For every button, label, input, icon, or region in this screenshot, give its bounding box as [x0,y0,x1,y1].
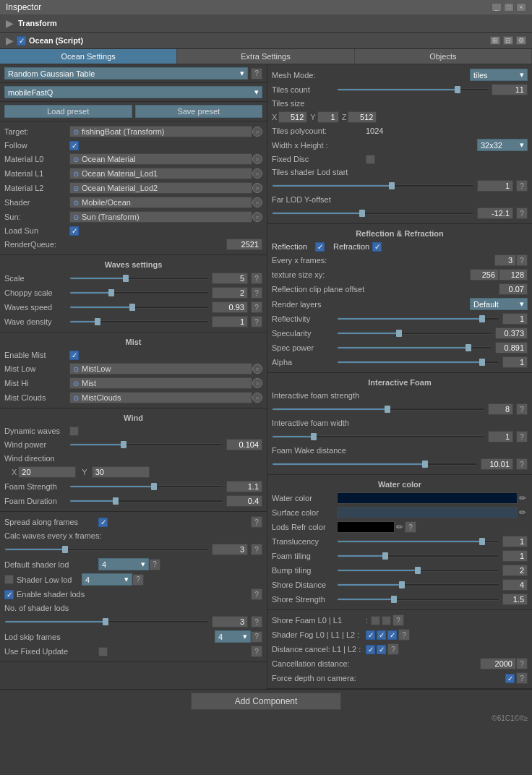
shader-value[interactable]: ⊙ Mobile/Ocean [69,197,252,208]
render-layers-dropdown[interactable]: Default ▾ [470,298,528,310]
far-lod-slider[interactable] [272,212,474,215]
gaussian-dropdown[interactable]: Random Gaussian Table ▾ [4,67,248,80]
lods-refr-help[interactable]: ? [405,521,416,533]
minimize-btn[interactable]: _ [492,3,502,12]
mist-clouds-select[interactable]: ○ [252,393,262,403]
surface-color-swatch[interactable] [337,507,518,518]
force-depth-help[interactable]: ? [516,672,528,684]
add-component-btn[interactable]: Add Component [191,693,342,710]
foam-duration-slider[interactable] [69,500,223,502]
default-lod-dropdown[interactable]: 4 ▾ [98,558,149,570]
shader-low-help[interactable]: ? [132,574,144,586]
tiles-count-slider[interactable] [337,88,489,91]
wind-y-input[interactable] [92,466,150,478]
specularity-slider[interactable] [337,332,492,335]
shader-lod-start-slider[interactable] [272,184,474,187]
bump-tiling-value[interactable]: 2 [502,565,528,576]
spread-help-btn[interactable]: ? [251,516,262,528]
gaussian-help-btn[interactable]: ? [251,68,262,80]
shader-fog-l1-checkbox[interactable] [377,630,386,640]
lods-refr-swatch[interactable] [337,521,395,533]
cancel-dist-help[interactable]: ? [516,658,528,669]
foam-strength-r-help[interactable]: ? [516,403,528,415]
density-value[interactable]: 1 [212,316,248,327]
surface-color-pencil-icon[interactable]: ✏ [518,508,528,518]
tab-ocean-settings[interactable]: Ocean Settings [0,49,177,64]
shader-low-dropdown[interactable]: 4 ▾ [82,573,132,586]
render-queue-value[interactable]: 2521 [226,239,262,250]
every-x-value[interactable]: 3 [494,254,516,266]
component-enabled-checkbox[interactable] [17,36,26,46]
shader-fog-l0-checkbox[interactable] [366,630,375,640]
dynamic-waves-checkbox[interactable] [69,427,79,436]
translucency-slider[interactable] [337,540,499,543]
foam-wake-help[interactable]: ? [516,458,528,470]
wind-power-value[interactable]: 0.104 [226,439,262,450]
reflectivity-slider[interactable] [337,317,499,320]
material-l1-select[interactable]: ○ [252,168,262,179]
texture-x[interactable]: 256 [470,269,499,281]
tab-objects[interactable]: Objects [355,49,532,64]
component-btn2[interactable]: ⊟ [503,36,513,45]
shader-fog-l2-checkbox[interactable] [387,630,397,640]
default-lod-help[interactable]: ? [149,559,160,570]
fixed-disc-checkbox[interactable] [366,155,375,164]
bump-tiling-slider[interactable] [337,569,499,572]
shader-lod-start-value[interactable]: 1 [477,180,513,192]
water-color-pencil-icon[interactable]: ✏ [518,493,528,503]
material-l2-select[interactable]: ○ [252,183,262,193]
speed-value[interactable]: 0.93 [212,301,248,313]
follow-checkbox[interactable] [69,141,79,150]
foam-strength-r-slider[interactable] [272,408,485,411]
wind-power-slider[interactable] [69,443,223,446]
material-l0-value[interactable]: ⊙ Ocean Material [69,153,252,165]
reflectivity-value[interactable]: 1 [502,313,528,325]
tiles-x-value[interactable]: 512 [278,111,307,123]
force-depth-checkbox[interactable] [505,674,515,683]
lods-refr-pencil-icon[interactable]: ✏ [395,522,405,532]
far-lod-value[interactable]: -12.1 [477,207,513,219]
mist-low-select[interactable]: ○ [252,364,262,374]
calc-value[interactable]: 3 [212,544,248,555]
mesh-mode-dropdown[interactable]: tiles ▾ [470,69,528,81]
preset-dropdown[interactable]: mobileFastQ ▾ [4,86,262,98]
save-preset-btn[interactable]: Save preset [135,105,263,118]
wh-dropdown[interactable]: 32x32 ▾ [477,139,528,151]
foam-duration-value[interactable]: 0.4 [226,495,262,507]
far-lod-help[interactable]: ? [516,207,528,219]
spec-power-value[interactable]: 0.891 [495,342,528,354]
refraction-checkbox[interactable] [372,242,382,252]
shader-low-checkbox[interactable] [4,575,14,584]
no-lods-help[interactable]: ? [251,616,262,628]
lod-skip-dropdown[interactable]: 4 ▾ [215,630,251,643]
foam-tiling-slider[interactable] [337,555,499,557]
tab-extra-settings[interactable]: Extra Settings [177,49,354,64]
density-help-btn[interactable]: ? [251,316,262,327]
foam-width-help[interactable]: ? [516,431,528,442]
tiles-z-value[interactable]: 512 [348,111,377,123]
alpha-slider[interactable] [337,361,499,364]
tiles-count-value[interactable]: 11 [492,84,528,95]
target-value[interactable]: ⊙ fishingBoat (Transform) [69,126,252,137]
alpha-value[interactable]: 1 [502,356,528,368]
spread-checkbox[interactable] [98,518,108,527]
shader-select[interactable]: ○ [252,197,262,207]
calc-help-btn[interactable]: ? [251,544,262,555]
mist-low-value[interactable]: ⊙ MistLow [69,363,252,374]
mist-hi-select[interactable]: ○ [252,378,262,388]
foam-width-value[interactable]: 1 [488,431,513,442]
speed-slider[interactable] [69,306,209,309]
shore-foam-l1-checkbox[interactable] [382,616,391,625]
material-l1-value[interactable]: ⊙ Ocean Material_Lod1 [69,168,252,179]
dist-cancel-l1-checkbox[interactable] [366,645,375,654]
mist-hi-value[interactable]: ⊙ Mist [69,377,252,389]
shore-foam-l0-checkbox[interactable] [371,616,380,625]
fixed-update-help[interactable]: ? [251,646,262,657]
foam-wake-value[interactable]: 10.01 [481,458,513,470]
spec-power-slider[interactable] [337,346,492,349]
cancel-dist-value[interactable]: 2000 [480,658,516,669]
sun-select[interactable]: ○ [252,212,262,222]
shore-dist-slider[interactable] [337,583,499,586]
foam-strength-value[interactable]: 1.1 [226,481,262,492]
load-sun-checkbox[interactable] [69,226,79,236]
